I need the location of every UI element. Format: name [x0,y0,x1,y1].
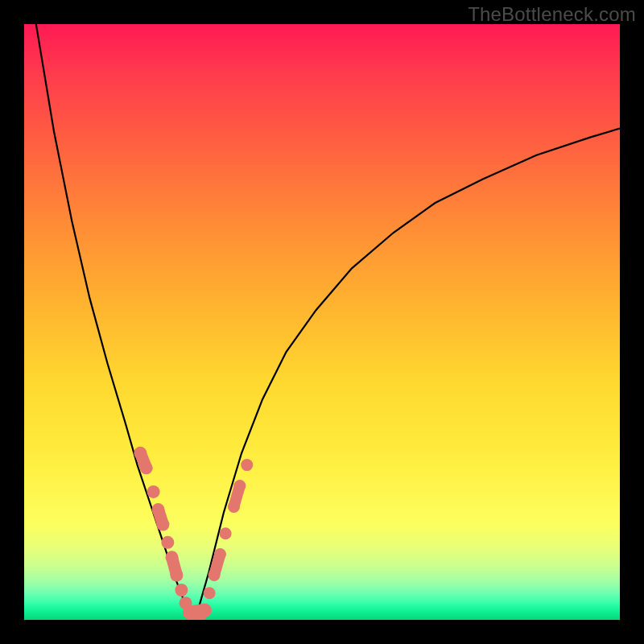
outer-frame: TheBottleneck.com [0,0,644,644]
marker-dot [170,569,183,582]
marker-dot [228,501,240,513]
marker-dot [147,485,160,498]
marker-dot [214,548,226,560]
marker-dot [134,447,147,460]
marker-dot [208,569,221,581]
marker-dot [220,527,232,539]
right-curve [197,129,620,614]
marker-dot [198,604,212,617]
marker-dot [175,584,188,597]
chart-svg [24,24,620,620]
marker-dot [152,503,165,516]
marker-dot [140,461,153,474]
marker-dot [156,518,169,531]
marker-dot [161,536,174,549]
watermark-text: TheBottleneck.com [468,3,636,26]
marker-dot [233,480,246,492]
marker-dot [166,551,179,564]
marker-dot [204,587,216,599]
plot-area [24,24,620,620]
marker-dot [241,459,253,471]
